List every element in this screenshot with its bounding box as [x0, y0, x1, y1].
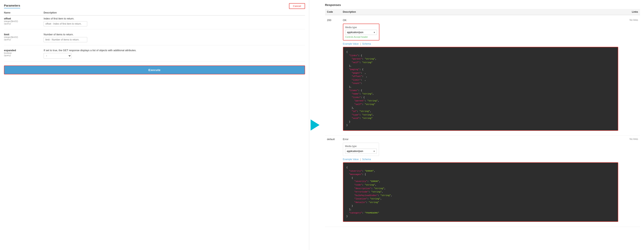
media-type-select-200[interactable]: application/json: [345, 30, 377, 35]
media-type-section-default: Media type application/json ▼: [343, 143, 379, 156]
param-right-offset: Index of first item to return.: [44, 17, 305, 26]
media-type-select-wrapper-default: application/json ▼: [345, 149, 377, 154]
response-error-label: Error: [343, 138, 618, 141]
arrow-right-icon: [310, 119, 320, 131]
param-right-limit: Number of items to return.: [44, 33, 305, 42]
col-name-header: Name: [4, 11, 44, 14]
param-right-expanded: If set to true, the GET response display…: [44, 49, 305, 59]
schema-link-default[interactable]: Schema: [362, 158, 371, 161]
parameters-tab-title: Parameters: [4, 4, 20, 8]
media-type-section-200: Media type application/json ▼ Controls A…: [343, 24, 380, 41]
param-row-limit: limit integer($int32) (query) Number of …: [4, 33, 305, 45]
param-select-expanded[interactable]: - true false: [44, 53, 71, 59]
example-value-link-default[interactable]: Example Value: [343, 158, 359, 161]
example-schema-links-200: Example Value | Schema: [343, 43, 618, 45]
param-row-offset: offset integer($int32) (query) Index of …: [4, 17, 305, 29]
cancel-button[interactable]: Cancel: [289, 3, 305, 9]
response-code-default: default: [327, 138, 343, 141]
params-table-header: Name Description: [4, 11, 305, 16]
schema-link-200[interactable]: Schema: [362, 43, 371, 45]
controls-accept-label-200: Controls Accept header: [345, 36, 377, 38]
param-name-expanded: expanded: [4, 49, 44, 52]
param-location-expanded: (query): [4, 54, 44, 57]
response-row-default: default Error Media type application/jso…: [325, 136, 640, 227]
param-input-limit[interactable]: [44, 37, 87, 42]
response-links-default: No links: [618, 138, 638, 140]
param-left-offset: offset integer($int32) (query): [4, 17, 44, 25]
responses-title: Responses: [325, 3, 640, 7]
param-name-offset: offset: [4, 17, 44, 20]
response-links-200: No links: [618, 19, 638, 22]
response-code-200: 200: [327, 19, 343, 22]
media-type-select-default[interactable]: application/json: [345, 149, 377, 154]
param-type-expanded: boolean: [4, 52, 44, 54]
param-desc-offset: Index of first item to return.: [44, 17, 305, 20]
response-desc-200: OK Media type application/json ▼ Control…: [343, 19, 618, 134]
col-desc-header: Description: [44, 11, 305, 14]
col-links-header: Links: [618, 11, 638, 13]
param-type-offset: integer($int32): [4, 20, 44, 23]
panel-header: Parameters Cancel: [4, 3, 305, 9]
param-desc-expanded: If set to true, the GET response display…: [44, 49, 305, 52]
param-type-limit: integer($int32): [4, 36, 44, 38]
media-type-label-200: Media type: [345, 26, 377, 29]
response-ok-label: OK: [343, 19, 618, 22]
col-code-header: Code: [327, 11, 343, 13]
execute-bar: Execute: [4, 66, 305, 74]
responses-panel: Responses Code Description Links 200 OK …: [321, 0, 644, 250]
code-block-200: { "links": { "parent": "string", "self":…: [343, 47, 618, 131]
separator-default: |: [360, 158, 361, 161]
execute-button[interactable]: Execute: [4, 66, 305, 74]
param-left-expanded: expanded boolean (query): [4, 49, 44, 57]
media-type-select-wrapper-200: application/json ▼: [345, 30, 377, 35]
param-location-offset: (query): [4, 23, 44, 25]
arrow-container: [309, 0, 321, 250]
separator-200: |: [360, 43, 361, 45]
param-input-offset[interactable]: [44, 21, 87, 26]
response-table-header: Code Description Links: [325, 9, 640, 15]
param-name-limit: limit: [4, 33, 44, 36]
response-row-200: 200 OK Media type application/json ▼ Con…: [325, 17, 640, 136]
example-schema-links-default: Example Value | Schema: [343, 158, 618, 161]
example-value-link-200[interactable]: Example Value: [343, 43, 359, 45]
code-block-default: { "severity": "ERROR", "messages": [ { "…: [343, 162, 618, 222]
response-desc-default: Error Media type application/json ▼ Exam…: [343, 138, 618, 225]
parameters-panel: Parameters Cancel Name Description offse…: [0, 0, 309, 250]
param-left-limit: limit integer($int32) (query): [4, 33, 44, 41]
param-desc-limit: Number of items to return.: [44, 33, 305, 36]
media-type-label-default: Media type: [345, 145, 377, 148]
param-location-limit: (query): [4, 38, 44, 41]
col-description-header: Description: [343, 11, 618, 13]
param-row-expanded: expanded boolean (query) If set to true,…: [4, 49, 305, 62]
